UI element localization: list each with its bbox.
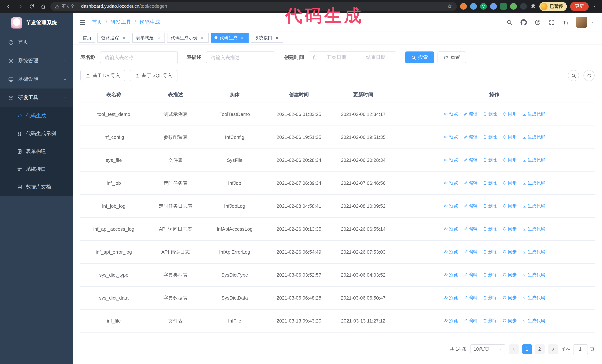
action-delete-link[interactable]: 删除 [483,318,497,324]
profile-chip[interactable]: 已暂停 [539,2,567,11]
sidebar-subitem-system-api[interactable]: 系统接口 [0,160,73,178]
sidebar-subitem-codegen[interactable]: 代码生成 [0,107,73,125]
tab-trace[interactable]: 链路追踪 × [97,33,130,42]
close-icon[interactable]: × [240,35,245,40]
action-preview-link[interactable]: 预览 [443,226,458,232]
action-sync-link[interactable]: 同步 [502,226,517,232]
action-generate-link[interactable]: 生成代码 [522,226,545,232]
sidebar-item-system-mgmt[interactable]: 系统管理 [0,52,73,70]
sidebar-subitem-codegen-example[interactable]: 代码生成示例 [0,125,73,143]
browser-reload-icon[interactable] [27,2,36,10]
action-preview-link[interactable]: 预览 [443,180,458,186]
reset-button[interactable]: 重置 [438,52,466,63]
browser-back-icon[interactable] [4,2,13,10]
extensions-puzzle-icon[interactable] [530,3,536,9]
action-sync-link[interactable]: 同步 [502,295,517,301]
user-avatar[interactable] [576,17,587,28]
close-icon[interactable]: × [200,35,205,40]
action-sync-link[interactable]: 同步 [502,111,517,117]
browser-update-button[interactable]: 更新 [570,2,589,11]
toggle-search-button[interactable] [568,70,579,81]
github-icon[interactable] [521,19,527,25]
action-sync-link[interactable]: 同步 [502,203,517,209]
goto-page-input[interactable] [573,344,588,354]
action-edit-link[interactable]: 编辑 [463,295,478,301]
close-icon[interactable]: × [121,35,126,40]
action-generate-link[interactable]: 生成代码 [522,249,545,255]
action-preview-link[interactable]: 预览 [443,295,458,301]
extension-icon-water-drop[interactable] [470,3,477,10]
action-delete-link[interactable]: 删除 [483,203,497,209]
close-icon[interactable]: × [156,35,161,40]
action-sync-link[interactable]: 同步 [502,249,517,255]
extension-icon-paw[interactable] [520,3,527,10]
header-search-icon[interactable] [507,19,513,25]
refresh-table-button[interactable] [583,70,595,81]
extension-icon-green-v[interactable]: V [480,3,487,10]
extension-icon-people[interactable] [490,3,497,10]
action-delete-link[interactable]: 删除 [483,180,497,186]
action-generate-link[interactable]: 生成代码 [522,318,545,324]
action-preview-link[interactable]: 预览 [443,157,458,163]
action-preview-link[interactable]: 预览 [443,318,458,324]
tab-system-api[interactable]: 系统接口 × [251,33,283,42]
help-icon[interactable] [535,19,541,25]
extension-icon-leaf[interactable] [510,3,517,10]
tab-home[interactable]: 首页 [79,33,95,42]
breadcrumb-item-0[interactable]: 首页 [92,19,102,26]
avatar-caret-icon[interactable] [591,20,595,24]
close-icon[interactable]: × [275,35,280,40]
app-logo[interactable]: 芋道管理系统 [0,13,73,33]
action-delete-link[interactable]: 删除 [483,295,497,301]
breadcrumb-item-1[interactable]: 研发工具 [110,19,131,26]
action-preview-link[interactable]: 预览 [443,249,458,255]
action-generate-link[interactable]: 生成代码 [522,111,545,117]
security-status[interactable]: 不安全 [55,3,75,10]
action-edit-link[interactable]: 编辑 [463,318,478,324]
action-generate-link[interactable]: 生成代码 [522,272,545,278]
tab-codegen-example[interactable]: 代码生成示例 × [167,33,209,42]
next-page-button[interactable] [548,344,558,354]
action-edit-link[interactable]: 编辑 [463,111,478,117]
page-button-2[interactable]: 2 [535,344,544,354]
action-delete-link[interactable]: 删除 [483,272,497,278]
action-edit-link[interactable]: 编辑 [463,203,478,209]
action-sync-link[interactable]: 同步 [502,318,517,324]
extension-icon-orange[interactable] [460,3,467,10]
fullscreen-icon[interactable] [549,19,555,25]
address-bar[interactable]: 不安全 dashboard.yudao.iocoder.cn/tool/code… [50,2,457,11]
action-delete-link[interactable]: 删除 [483,134,497,140]
action-sync-link[interactable]: 同步 [502,134,517,140]
tab-form-builder[interactable]: 表单构建 × [132,33,165,42]
browser-home-icon[interactable] [39,2,47,10]
action-preview-link[interactable]: 预览 [443,111,458,117]
action-preview-link[interactable]: 预览 [443,272,458,278]
font-size-icon[interactable]: TT [563,19,568,25]
action-sync-link[interactable]: 同步 [502,157,517,163]
table-name-input[interactable] [100,52,178,63]
sidebar-item-home[interactable]: 首页 [0,33,73,52]
prev-page-button[interactable] [509,344,518,354]
action-sync-link[interactable]: 同步 [502,180,517,186]
table-desc-input[interactable] [206,52,275,63]
import-sql-button[interactable]: 基于 SQL 导入 [130,70,177,81]
action-delete-link[interactable]: 删除 [483,157,497,163]
hamburger-icon[interactable] [79,19,86,26]
action-generate-link[interactable]: 生成代码 [522,134,545,140]
sidebar-subitem-db-doc[interactable]: 数据库文档 [0,178,73,196]
action-edit-link[interactable]: 编辑 [463,272,478,278]
extension-icon-dark-green[interactable] [500,3,507,10]
action-generate-link[interactable]: 生成代码 [522,203,545,209]
tab-codegen[interactable]: 代码生成 × [211,33,248,42]
action-delete-link[interactable]: 删除 [483,249,497,255]
action-generate-link[interactable]: 生成代码 [522,180,545,186]
action-preview-link[interactable]: 预览 [443,203,458,209]
date-range-picker[interactable]: 开始日期 - 结束日期 [309,52,396,63]
breadcrumb-item-2[interactable]: 代码生成 [139,19,160,26]
page-button-1[interactable]: 1 [522,344,532,354]
action-edit-link[interactable]: 编辑 [463,249,478,255]
sidebar-subitem-form-builder[interactable]: 表单构建 [0,143,73,160]
action-delete-link[interactable]: 删除 [483,111,497,117]
action-sync-link[interactable]: 同步 [502,272,517,278]
sidebar-item-infrastructure[interactable]: 基础设施 [0,70,73,89]
